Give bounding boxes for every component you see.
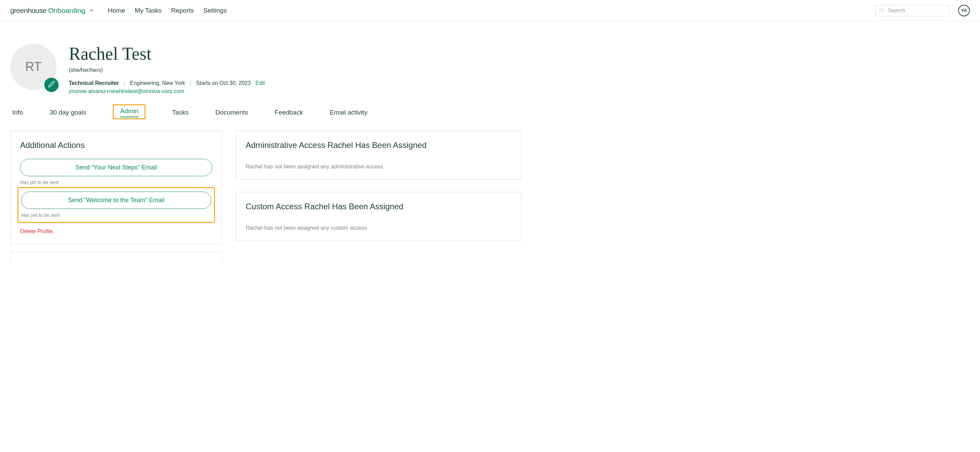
user-avatar-initials: YA xyxy=(961,8,967,13)
custom-access-heading: Custom Access Rachel Has Been Assigned xyxy=(246,202,511,211)
additional-actions-heading: Additional Actions xyxy=(20,140,212,150)
welcome-highlight-box: Send "Welcome to the Team" Email Has yet… xyxy=(18,187,215,223)
tab-admin[interactable]: Admin xyxy=(120,107,138,117)
profile-pronouns: (she/her/hers) xyxy=(69,67,265,73)
delete-profile-link[interactable]: Delete Profile xyxy=(20,228,53,234)
send-next-steps-button[interactable]: Send "Your Next Steps" Email xyxy=(20,159,212,176)
pencil-icon xyxy=(48,81,55,89)
profile-info: Rachel Test (she/her/hers) Technical Rec… xyxy=(69,44,265,94)
tab-30-day-goals[interactable]: 30 day goals xyxy=(50,107,87,123)
svg-point-0 xyxy=(880,8,883,11)
meta-divider: | xyxy=(124,80,125,86)
nav-my-tasks[interactable]: My Tasks xyxy=(135,7,162,14)
profile-location: Engineering, New York xyxy=(130,80,185,86)
welcome-status: Has yet to be sent xyxy=(21,212,211,218)
chevron-down-icon[interactable] xyxy=(89,8,94,13)
profile-start-date: Starts on Oct 30, 2023 xyxy=(196,80,251,86)
send-welcome-button[interactable]: Send "Welcome to the Team" Email xyxy=(21,192,211,209)
user-avatar[interactable]: YA xyxy=(958,5,970,16)
stub-panel-left xyxy=(10,252,222,261)
profile-meta: Technical Recruiter | Engineering, New Y… xyxy=(69,80,265,86)
avatar-large-wrap: RT xyxy=(10,44,57,90)
search-input[interactable] xyxy=(875,5,949,16)
admin-access-body: Rachel has not been assigned any adminis… xyxy=(246,164,511,170)
tab-feedback[interactable]: Feedback xyxy=(275,107,303,123)
svg-line-1 xyxy=(883,11,884,12)
brand-product: Onboarding xyxy=(48,6,86,15)
nav-settings[interactable]: Settings xyxy=(204,7,227,14)
search-wrap xyxy=(875,5,949,16)
profile-tabs: Info 30 day goals Admin Tasks Documents … xyxy=(12,107,521,123)
brand-logo[interactable]: greenhouse Onboarding xyxy=(10,6,94,15)
profile-email-link[interactable]: ynonne.alvarez+newhiretest@omniva-corp.c… xyxy=(69,88,185,94)
tab-admin-highlight: Admin xyxy=(113,104,145,119)
search-icon xyxy=(879,7,884,14)
profile-title: Technical Recruiter xyxy=(69,80,119,86)
profile-name: Rachel Test xyxy=(69,44,265,64)
custom-access-body: Rachel has not been assigned any custom … xyxy=(246,225,511,231)
tab-tasks[interactable]: Tasks xyxy=(172,107,189,123)
next-steps-status: Has yet to be sent xyxy=(20,180,212,185)
tab-email-activity[interactable]: Email activity xyxy=(329,107,368,123)
edit-avatar-button[interactable] xyxy=(44,78,59,92)
nav-links: Home My Tasks Reports Settings xyxy=(108,7,227,14)
edit-profile-link[interactable]: Edit xyxy=(256,80,265,86)
top-nav: greenhouse Onboarding Home My Tasks Repo… xyxy=(0,0,980,21)
tab-info[interactable]: Info xyxy=(12,107,23,123)
tab-documents[interactable]: Documents xyxy=(215,107,248,123)
custom-access-panel: Custom Access Rachel Has Been Assigned R… xyxy=(236,192,521,241)
profile-header: RT Rachel Test (she/her/hers) Technical … xyxy=(10,44,521,94)
meta-divider: | xyxy=(190,80,191,86)
nav-reports[interactable]: Reports xyxy=(171,7,194,14)
additional-actions-panel: Additional Actions Send "Your Next Steps… xyxy=(10,131,222,244)
profile-initials: RT xyxy=(25,60,41,74)
admin-access-panel: Administrative Access Rachel Has Been As… xyxy=(236,131,521,180)
nav-home[interactable]: Home xyxy=(108,7,126,14)
brand-name: greenhouse xyxy=(10,6,46,15)
admin-access-heading: Administrative Access Rachel Has Been As… xyxy=(246,140,511,150)
